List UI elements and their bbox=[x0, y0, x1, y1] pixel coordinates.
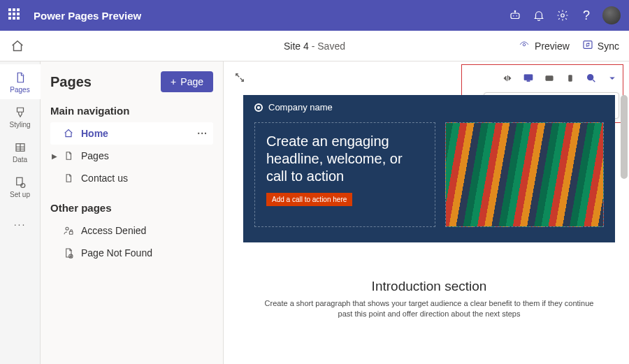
gear-page-icon bbox=[13, 175, 27, 189]
item-more-icon[interactable]: ··· bbox=[197, 128, 208, 139]
home-icon[interactable] bbox=[10, 38, 25, 54]
intro-title: Introduction section bbox=[264, 279, 594, 294]
svg-rect-16 bbox=[569, 75, 572, 82]
brush-icon bbox=[13, 105, 27, 119]
svg-rect-13 bbox=[524, 75, 533, 80]
section-other-pages: Other pages bbox=[50, 202, 213, 214]
page-icon bbox=[63, 173, 74, 184]
hero-image[interactable] bbox=[445, 122, 604, 227]
svg-point-2 bbox=[516, 15, 518, 17]
mobile-icon[interactable] bbox=[563, 72, 577, 85]
avatar[interactable] bbox=[602, 6, 621, 24]
tablet-landscape-icon[interactable] bbox=[542, 72, 556, 85]
radio-icon bbox=[254, 103, 263, 112]
code-icon[interactable] bbox=[500, 72, 514, 85]
rail-item-data[interactable]: Data bbox=[0, 134, 41, 169]
chevron-down-icon[interactable] bbox=[605, 72, 619, 85]
panel-title: Pages bbox=[50, 74, 92, 90]
nav-item-contact[interactable]: Contact us bbox=[50, 167, 213, 189]
canvas-toolbar bbox=[233, 68, 619, 88]
svg-point-3 bbox=[514, 10, 516, 12]
nav-item-pages[interactable]: ▶ Pages bbox=[50, 145, 213, 167]
rail-more[interactable]: ··· bbox=[0, 207, 41, 242]
svg-rect-0 bbox=[511, 13, 519, 19]
settings-icon[interactable] bbox=[551, 3, 574, 27]
zoom-icon[interactable] bbox=[584, 72, 598, 85]
page-error-icon bbox=[63, 247, 74, 259]
add-page-button[interactable]: + Page bbox=[161, 71, 213, 92]
hero-cta-button[interactable]: Add a call to action here bbox=[266, 193, 352, 206]
scrollbar[interactable] bbox=[621, 95, 628, 179]
nav-item-page-not-found[interactable]: Page Not Found bbox=[50, 242, 213, 264]
svg-rect-15 bbox=[546, 76, 554, 81]
person-lock-icon bbox=[63, 225, 74, 236]
intro-section[interactable]: Introduction section Create a short para… bbox=[243, 261, 615, 334]
page-preview[interactable]: Company name Create an engaging headline… bbox=[243, 95, 615, 364]
command-bar: Site 4 - Saved Preview Sync bbox=[0, 31, 629, 61]
sync-button[interactable]: Sync bbox=[582, 39, 619, 52]
rail-item-setup[interactable]: Set up bbox=[0, 169, 41, 204]
svg-point-1 bbox=[513, 15, 514, 17]
intro-body: Create a short paragraph that shows your… bbox=[264, 298, 594, 320]
desktop-icon[interactable] bbox=[521, 72, 535, 85]
app-title: Power Pages Preview bbox=[34, 10, 141, 22]
svg-rect-11 bbox=[69, 231, 73, 234]
preview-button[interactable]: Preview bbox=[518, 40, 570, 52]
svg-point-5 bbox=[523, 43, 526, 46]
section-main-nav: Main navigation bbox=[50, 105, 213, 117]
svg-rect-14 bbox=[527, 80, 530, 81]
rail-item-pages[interactable]: Pages bbox=[0, 64, 41, 99]
rail-item-styling[interactable]: Styling bbox=[0, 99, 41, 134]
chevron-right-icon[interactable]: ▶ bbox=[52, 152, 57, 160]
pages-panel: Pages + Page Main navigation Home ··· ▶ … bbox=[41, 61, 224, 364]
help-icon[interactable]: ? bbox=[574, 3, 598, 27]
page-icon bbox=[13, 71, 27, 85]
page-icon bbox=[63, 150, 74, 161]
nav-item-home[interactable]: Home ··· bbox=[50, 122, 213, 145]
app-launcher-icon[interactable] bbox=[8, 8, 22, 22]
plus-icon: + bbox=[171, 76, 176, 87]
sync-icon bbox=[582, 39, 593, 52]
design-canvas: 50% − + Reset Company name Create an eng… bbox=[224, 61, 629, 364]
svg-point-4 bbox=[561, 14, 565, 17]
nav-item-access-denied[interactable]: Access Denied bbox=[50, 219, 213, 242]
site-status: Site 4 - Saved bbox=[284, 41, 345, 52]
expand-icon[interactable] bbox=[233, 71, 247, 85]
hero-section[interactable]: Company name Create an engaging headline… bbox=[243, 95, 615, 242]
save-status: Saved bbox=[317, 41, 345, 52]
notifications-icon[interactable] bbox=[527, 3, 551, 27]
hero-headline: Create an engaging headline, welcome, or… bbox=[266, 133, 424, 185]
company-name: Company name bbox=[268, 102, 333, 112]
table-icon bbox=[13, 140, 27, 154]
copilot-icon[interactable] bbox=[503, 3, 527, 27]
eye-icon bbox=[518, 40, 530, 52]
hero-text-block[interactable]: Create an engaging headline, welcome, or… bbox=[254, 122, 435, 227]
svg-rect-6 bbox=[584, 41, 592, 49]
left-rail: Pages Styling Data Set up ··· bbox=[0, 61, 41, 364]
app-header: Power Pages Preview ? bbox=[0, 0, 629, 31]
home-icon bbox=[63, 128, 74, 139]
svg-point-10 bbox=[66, 227, 68, 230]
site-name: Site 4 bbox=[284, 41, 309, 52]
